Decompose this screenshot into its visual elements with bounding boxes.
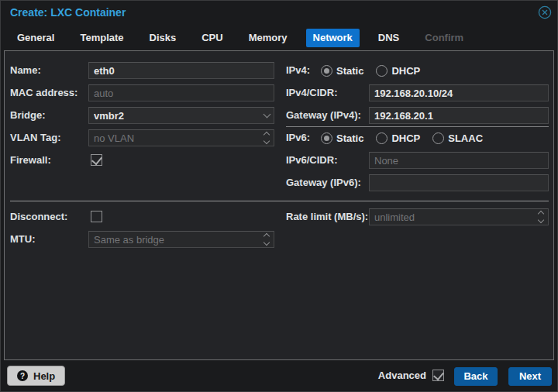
advanced-toggle: Advanced (378, 370, 444, 381)
vlan-label: VLAN Tag: (10, 129, 60, 146)
ipv6-static-radio[interactable]: Static (321, 132, 363, 144)
advanced-section-divider (10, 201, 549, 201)
advanced-checkbox[interactable] (432, 370, 444, 381)
dialog-title: Create: LXC Container (10, 6, 126, 19)
tab-general[interactable]: General (10, 29, 61, 47)
ipv6-cidr-label: IPv6/CIDR: (286, 152, 337, 169)
network-form-panel: Name: MAC address: Bridge: VLAN Tag: Fir… (4, 50, 554, 360)
ipv4-cidr-label: IPv4/CIDR: (286, 84, 337, 101)
radio-icon (432, 132, 444, 144)
create-lxc-dialog: Create: LXC Container General Template D… (0, 0, 558, 392)
close-icon[interactable] (538, 5, 552, 19)
ipv4-mode-label: IPv4: (286, 62, 310, 79)
radio-selected-icon (321, 132, 332, 144)
rate-limit-spinner[interactable] (369, 208, 549, 225)
ipv4-static-radio[interactable]: Static (321, 65, 363, 77)
ipv4-mode-radiogroup: Static DHCP (321, 62, 432, 79)
tab-memory[interactable]: Memory (242, 29, 294, 47)
help-button[interactable]: ? Help (7, 366, 65, 386)
mtu-spinner[interactable] (88, 231, 274, 248)
ipv6-section-divider (286, 126, 549, 127)
radio-selected-icon (321, 65, 332, 77)
ipv6-slaac-radio[interactable]: SLAAC (432, 132, 483, 144)
bridge-combobox[interactable] (88, 107, 274, 124)
dialog-footer: ? Help Advanced Back Next (1, 360, 557, 391)
mac-input[interactable] (88, 84, 274, 101)
dialog-titlebar: Create: LXC Container (1, 1, 557, 24)
firewall-label: Firewall: (10, 152, 51, 169)
tab-cpu[interactable]: CPU (195, 29, 229, 47)
mtu-spinner-arrows-icon[interactable] (259, 231, 274, 248)
disconnect-label: Disconnect: (10, 208, 67, 225)
ipv6-mode-label: IPv6: (286, 129, 310, 146)
name-label: Name: (10, 62, 41, 79)
mtu-label: MTU: (10, 231, 36, 248)
ipv4-dhcp-radio[interactable]: DHCP (376, 65, 420, 77)
disconnect-checkbox[interactable] (91, 211, 102, 222)
name-input[interactable] (88, 62, 274, 79)
ipv4-cidr-input[interactable] (369, 84, 549, 101)
firewall-checkbox[interactable] (91, 154, 102, 166)
radio-icon (376, 65, 388, 77)
tab-confirm: Confirm (418, 29, 470, 47)
tab-dns[interactable]: DNS (371, 29, 406, 47)
gateway6-label: Gateway (IPv6): (286, 174, 361, 191)
bridge-dropdown-chevron-icon[interactable] (259, 107, 274, 124)
radio-icon (376, 132, 388, 144)
ipv6-dhcp-radio[interactable]: DHCP (376, 132, 420, 144)
help-button-label: Help (33, 370, 55, 382)
advanced-label: Advanced (378, 370, 426, 381)
rate-limit-spinner-arrows-icon[interactable] (533, 208, 549, 225)
wizard-tabbar: General Template Disks CPU Memory Networ… (10, 29, 548, 47)
ipv6-cidr-input[interactable] (369, 152, 549, 169)
gateway6-input[interactable] (369, 174, 549, 191)
back-button[interactable]: Back (454, 367, 498, 386)
question-mark-icon: ? (17, 370, 28, 381)
vlan-spinner[interactable] (88, 129, 274, 146)
bridge-label: Bridge: (10, 107, 46, 124)
tab-template[interactable]: Template (73, 29, 130, 47)
tab-network[interactable]: Network (306, 29, 360, 47)
gateway4-label: Gateway (IPv4): (286, 107, 361, 124)
ipv6-mode-radiogroup: Static DHCP SLAAC (321, 129, 495, 146)
mac-label: MAC address: (10, 84, 78, 101)
tab-disks[interactable]: Disks (143, 29, 184, 47)
next-button[interactable]: Next (508, 367, 552, 386)
gateway4-input[interactable] (369, 107, 549, 124)
rate-limit-label: Rate limit (MB/s): (286, 208, 368, 225)
vlan-spinner-arrows-icon[interactable] (259, 129, 274, 146)
